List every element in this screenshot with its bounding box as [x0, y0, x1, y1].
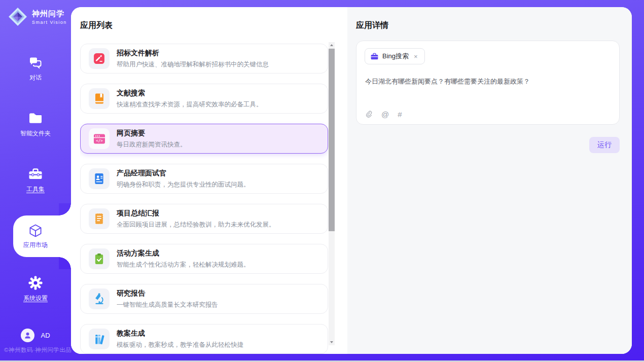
cube-icon	[28, 223, 43, 238]
app-item-desc: 模板驱动，教案秒成，教学准备从此轻松快捷	[117, 341, 243, 349]
app-item-desc: 每日政府新闻资讯快查。	[117, 140, 187, 149]
bubble-curve-bottom	[59, 257, 71, 269]
app-list-item-6[interactable]: 研究报告 一键智能生成高质量长文本研究报告	[80, 284, 328, 314]
gem-diamond-icon	[7, 6, 28, 27]
microscope-icon	[89, 288, 110, 309]
brand-name: 神州问学	[32, 9, 67, 19]
app-list-item-1[interactable]: 文献搜索 快速精准查找学术资源，提高研究效率的必备工具。	[80, 84, 328, 114]
app-item-texts: 项目总结汇报 全面回顾项目进展，总结经验教训，助力未来优化发展。	[117, 209, 275, 229]
folder-icon	[28, 111, 43, 126]
app-item-desc: 全面回顾项目进展，总结经验教训，助力未来优化发展。	[117, 221, 275, 229]
app-item-desc: 智能生成个性化活动方案，轻松解决规划难题。	[117, 261, 250, 269]
brand-text: 神州问学 Smart Vision	[32, 9, 67, 25]
contract-edit-icon	[89, 48, 110, 69]
app-item-title: 研究报告	[117, 289, 218, 298]
brand: 神州问学 Smart Vision	[7, 6, 67, 27]
app-detail-panel: 应用详情 Bing搜索 × 今日湖北有哪些新闻要点？有哪些需要关注的最新政策？	[347, 7, 632, 354]
sidebar-item-label: 应用市场	[23, 241, 48, 249]
app-item-title: 文献搜索	[117, 89, 263, 98]
app-item-texts: 研究报告 一键智能生成高质量长文本研究报告	[117, 289, 218, 309]
app-item-texts: 招标文件解析 帮助用户快速、准确地理解和解析招标书中的关键信息	[117, 49, 269, 69]
prompt-card: Bing搜索 × 今日湖北有哪些新闻要点？有哪些需要关注的最新政策？ @ #	[356, 41, 620, 125]
run-button[interactable]: 运行	[589, 137, 620, 153]
content-shell: 应用列表 招标文件解析 帮助用户快速、准确地理解和解析招标书中的关键信息 文献搜…	[71, 7, 632, 354]
app-item-texts: 教案生成 模板驱动，教案秒成，教学准备从此轻松快捷	[117, 329, 243, 349]
app-item-texts: 网页摘要 每日政府新闻资讯快查。	[117, 129, 187, 149]
app-item-title: 项目总结汇报	[117, 209, 275, 218]
app-list-scrollbar[interactable]	[329, 42, 335, 345]
avatar	[21, 329, 34, 342]
sidebar-item-app-market[interactable]: 应用市场	[13, 215, 71, 257]
report-doc-icon	[89, 208, 110, 229]
app-list-item-0[interactable]: 招标文件解析 帮助用户快速、准确地理解和解析招标书中的关键信息	[80, 44, 328, 74]
sidebar-item-0[interactable]: 对话	[0, 55, 71, 82]
copyright-footer: ©神州数码·神州问学出品	[4, 346, 72, 354]
app-item-title: 教案生成	[117, 329, 243, 338]
app-item-title: 招标文件解析	[117, 49, 269, 58]
webpage-code-icon: </>	[89, 128, 110, 149]
gear-icon	[28, 275, 43, 291]
scroll-down-arrow-icon[interactable]	[329, 339, 335, 345]
tool-chip-label: Bing搜索	[382, 52, 409, 61]
svg-text:</>: </>	[96, 138, 103, 143]
brand-tagline: Smart Vision	[32, 20, 67, 25]
app-item-desc: 快速精准查找学术资源，提高研究效率的必备工具。	[117, 100, 263, 109]
app-list-item-4[interactable]: 项目总结汇报 全面回顾项目进展，总结经验教训，助力未来优化发展。	[80, 204, 328, 234]
app-list-item-7[interactable]: 教案生成 模板驱动，教案秒成，教学准备从此轻松快捷	[80, 324, 328, 354]
app-item-title: 产品经理面试官	[117, 169, 250, 178]
chat-icon	[28, 55, 43, 70]
sidebar-item-label: 系统设置	[23, 294, 48, 303]
sidebar-item-label: 智能文件夹	[20, 129, 51, 138]
books-icon	[89, 329, 110, 349]
sidebar-item-label: 对话	[29, 74, 42, 82]
tool-chip-bing[interactable]: Bing搜索 ×	[365, 48, 425, 64]
app-list-title: 应用列表	[80, 20, 113, 31]
app-item-desc: 一键智能生成高质量长文本研究报告	[117, 301, 218, 309]
user-initials: AD	[41, 332, 50, 339]
sidebar-item-4[interactable]: 系统设置	[0, 275, 71, 303]
app-list-panel: 应用列表 招标文件解析 帮助用户快速、准确地理解和解析招标书中的关键信息 文献搜…	[71, 7, 347, 354]
app-item-texts: 文献搜索 快速精准查找学术资源，提高研究效率的必备工具。	[117, 89, 263, 109]
hash-icon[interactable]: #	[398, 110, 402, 119]
app-item-texts: 产品经理面试官 明确身份和职责，为您提供专业性的面试问题。	[117, 169, 250, 189]
app-list-item-2[interactable]: </> 网页摘要 每日政府新闻资讯快查。	[80, 124, 328, 154]
person-icon	[23, 331, 32, 340]
bubble-curve-top	[59, 203, 71, 215]
user-profile[interactable]: AD	[0, 329, 71, 342]
sidebar-item-1[interactable]: 智能文件夹	[0, 111, 71, 138]
app-window: 神州问学 Smart Vision 对话 智能文件夹 工具集 应用市场	[0, 0, 644, 362]
at-icon[interactable]: @	[381, 110, 389, 119]
close-icon[interactable]: ×	[413, 53, 419, 60]
paperclip-icon[interactable]	[365, 110, 373, 119]
app-list-item-3[interactable]: 产品经理面试官 明确身份和职责，为您提供专业性的面试问题。	[80, 164, 328, 194]
scrollbar-thumb[interactable]	[329, 49, 335, 231]
toolbox-icon	[28, 166, 43, 182]
input-toolbar: @ #	[365, 110, 402, 119]
app-item-title: 网页摘要	[117, 129, 187, 138]
clipboard-check-icon	[89, 248, 110, 269]
app-item-desc: 帮助用户快速、准确地理解和解析招标书中的关键信息	[117, 60, 269, 69]
briefcase-icon	[371, 53, 378, 60]
app-item-title: 活动方案生成	[117, 249, 250, 258]
book-icon	[89, 88, 110, 109]
scroll-up-arrow-icon[interactable]	[329, 42, 335, 48]
resume-icon	[89, 168, 110, 189]
sidebar-item-2[interactable]: 工具集	[0, 166, 71, 194]
app-detail-title: 应用详情	[356, 20, 388, 31]
app-item-texts: 活动方案生成 智能生成个性化活动方案，轻松解决规划难题。	[117, 249, 250, 269]
sidebar: 神州问学 Smart Vision 对话 智能文件夹 工具集 应用市场	[0, 0, 71, 362]
app-list-item-5[interactable]: 活动方案生成 智能生成个性化活动方案，轻松解决规划难题。	[80, 244, 328, 274]
sidebar-item-label: 工具集	[26, 185, 45, 194]
query-text[interactable]: 今日湖北有哪些新闻要点？有哪些需要关注的最新政策？	[365, 77, 609, 87]
app-list: 招标文件解析 帮助用户快速、准确地理解和解析招标书中的关键信息 文献搜索 快速精…	[80, 44, 328, 354]
app-item-desc: 明确身份和职责，为您提供专业性的面试问题。	[117, 180, 250, 189]
